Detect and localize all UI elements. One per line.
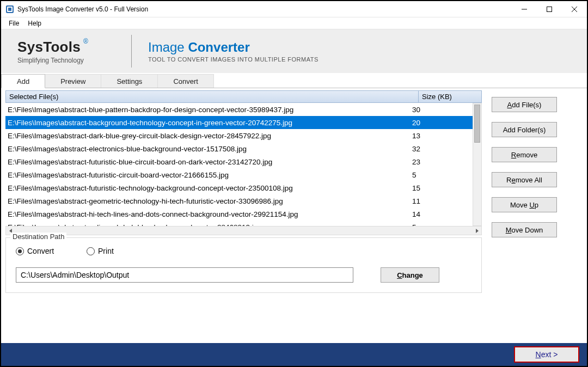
change-key: C [397, 271, 402, 279]
brand-title: Image Converter [148, 40, 318, 55]
add-files-button[interactable]: Add File(s) [492, 97, 557, 112]
file-path: E:\Files\Images\abstract-poligonal-dark-… [5, 223, 410, 227]
menu-help[interactable]: Help [23, 19, 46, 28]
brand-right: Image Converter TOOL TO CONVERT IMAGES I… [132, 40, 318, 63]
file-list: Selected File(s) Size (KB) E:\Files\Imag… [5, 90, 482, 235]
tab-preview[interactable]: Preview [45, 74, 101, 88]
change-button[interactable]: Change [381, 267, 439, 283]
window-title: SysTools Image Converter v5.0 - Full Ver… [17, 5, 148, 13]
tab-add[interactable]: Add [1, 74, 45, 88]
file-row[interactable]: E:\Files\Images\abstract-blue-pattern-ba… [5, 103, 473, 116]
col-size[interactable]: Size (KB) [419, 91, 481, 102]
change-rest: hange [402, 271, 423, 279]
scroll-right-icon[interactable] [472, 227, 481, 235]
file-path: E:\Files\Images\abstract-futuristic-circ… [5, 171, 410, 179]
radio-print[interactable]: Print [87, 247, 114, 255]
file-size: 13 [410, 132, 473, 140]
destination-group: Destination Path Convert Print C:\Users\… [5, 237, 482, 293]
file-size: 5 [410, 223, 473, 227]
file-path: E:\Files\Images\abstract-electronics-blu… [5, 145, 410, 153]
col-selected-files[interactable]: Selected File(s) [6, 91, 419, 102]
radio-dot-selected-icon [16, 247, 24, 255]
file-path: E:\Files\Images\abstract-background-tech… [5, 119, 410, 127]
file-row[interactable]: E:\Files\Images\abstract-futuristic-tech… [5, 181, 473, 194]
destination-path-value: C:\Users\Admin\Desktop\Output [21, 271, 129, 279]
brand-title-bold: Converter [188, 40, 249, 54]
brand-registered: ® [83, 38, 88, 45]
file-row[interactable]: E:\Files\Images\abstract-dark-blue-grey-… [5, 129, 473, 142]
brand-subtitle: TOOL TO CONVERT IMAGES INTO MULTIPLE FOR… [148, 56, 318, 63]
file-path: E:\Files\Images\abstract-futuristic-tech… [5, 184, 410, 192]
radio-dot-icon [87, 247, 95, 255]
radio-convert[interactable]: Convert [16, 247, 54, 255]
file-size: 30 [410, 106, 473, 114]
file-row[interactable]: E:\Files\Images\abstract-hi-tech-lines-a… [5, 207, 473, 221]
menubar: File Help [1, 17, 587, 29]
app-icon [5, 5, 14, 14]
file-list-header: Selected File(s) Size (KB) [5, 90, 482, 103]
file-row[interactable]: E:\Files\Images\abstract-futuristic-circ… [5, 168, 473, 181]
file-path: E:\Files\Images\abstract-geometric-techn… [5, 197, 410, 205]
next-key: N [536, 350, 541, 359]
file-row[interactable]: E:\Files\Images\abstract-poligonal-dark-… [5, 221, 473, 226]
close-button[interactable] [562, 1, 587, 17]
menu-file[interactable]: File [4, 19, 23, 28]
radio-convert-label: Convert [27, 247, 54, 255]
tabs: Add Preview Settings Convert [1, 73, 587, 88]
move-down-button[interactable]: Move Down [492, 222, 557, 237]
brand-left: SysTools ® Simplifying Technology [17, 35, 132, 68]
next-button[interactable]: Next > [514, 346, 579, 363]
titlebar: SysTools Image Converter v5.0 - Full Ver… [1, 1, 587, 17]
remove-all-button[interactable]: Remove All [492, 172, 557, 187]
file-size: 5 [410, 171, 473, 179]
next-arrow-icon: > [553, 350, 558, 359]
destination-legend: Destination Path [10, 233, 66, 241]
scrollbar-horizontal[interactable] [5, 226, 482, 235]
remove-button[interactable]: Remove [492, 147, 557, 162]
minimize-button[interactable] [512, 1, 537, 17]
destination-path-input[interactable]: C:\Users\Admin\Desktop\Output [16, 267, 353, 283]
brand-name-text: SysTools [17, 39, 81, 55]
tab-settings[interactable]: Settings [101, 74, 158, 88]
file-row[interactable]: E:\Files\Images\abstract-background-tech… [5, 116, 473, 129]
brand-tagline: Simplifying Technology [17, 57, 84, 64]
tab-convert[interactable]: Convert [158, 74, 214, 88]
file-size: 15 [410, 184, 473, 192]
file-size: 11 [410, 197, 473, 205]
file-row[interactable]: E:\Files\Images\abstract-futuristic-blue… [5, 155, 473, 168]
file-path: E:\Files\Images\abstract-hi-tech-lines-a… [5, 210, 410, 218]
maximize-button[interactable] [537, 1, 562, 17]
brand-name: SysTools ® [17, 39, 81, 56]
svg-rect-4 [547, 7, 552, 11]
file-row[interactable]: E:\Files\Images\abstract-electronics-blu… [5, 142, 473, 155]
footer-bar: Next > [1, 343, 587, 366]
file-path: E:\Files\Images\abstract-blue-pattern-ba… [5, 106, 410, 114]
file-path: E:\Files\Images\abstract-futuristic-blue… [5, 158, 410, 166]
add-folders-button[interactable]: Add Folder(s) [492, 122, 557, 137]
file-size: 20 [410, 119, 473, 127]
brand-header: SysTools ® Simplifying Technology Image … [1, 29, 587, 73]
file-size: 23 [410, 158, 473, 166]
svg-rect-2 [8, 8, 11, 11]
file-path: E:\Files\Images\abstract-dark-blue-grey-… [5, 132, 410, 140]
side-panel: Add File(s) Add Folder(s) Remove Remove … [482, 90, 583, 341]
file-size: 14 [410, 210, 473, 218]
next-rest: ext [541, 350, 552, 359]
file-size: 32 [410, 145, 473, 153]
file-row[interactable]: E:\Files\Images\abstract-geometric-techn… [5, 194, 473, 207]
radio-print-label: Print [98, 247, 114, 255]
move-up-button[interactable]: Move Up [492, 197, 557, 212]
scrollbar-vertical[interactable] [473, 103, 482, 226]
brand-title-light: Image [148, 40, 188, 54]
